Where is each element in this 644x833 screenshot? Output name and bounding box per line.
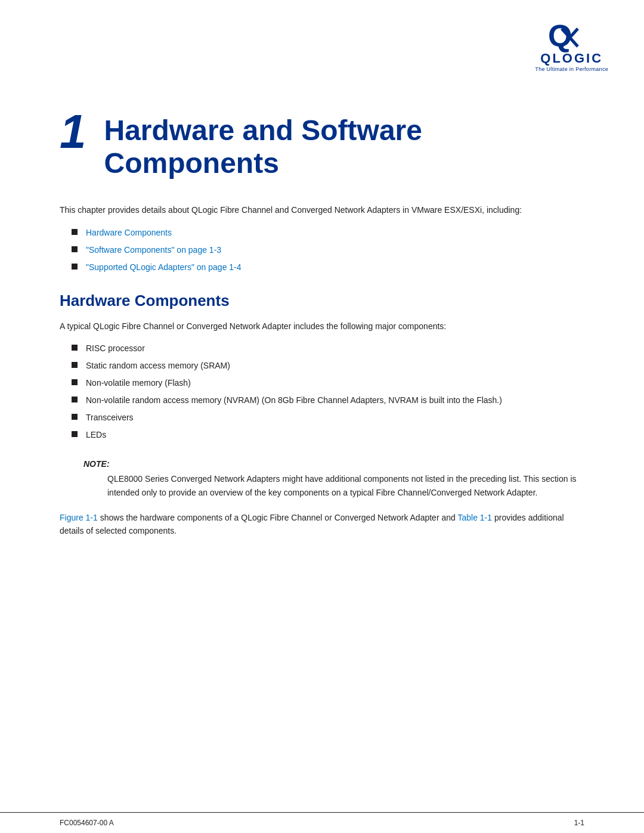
bullet-text: RISC processor (86, 342, 145, 355)
hardware-section: Hardware Components A typical QLogic Fib… (60, 292, 584, 538)
bullet-icon (72, 431, 78, 437)
reference-paragraph: Figure 1-1 shows the hardware components… (60, 511, 584, 538)
header: Q QLOGIC The Ultimate in Performance (0, 0, 644, 72)
main-content: 1 Hardware and Software Components This … (0, 72, 644, 586)
intro-paragraph: This chapter provides details about QLog… (60, 203, 584, 216)
toc-link-software[interactable]: "Software Components" on page 1-3 (86, 244, 221, 256)
list-item: RISC processor (72, 342, 584, 355)
bullet-text: LEDs (86, 429, 106, 441)
toc-link-hardware[interactable]: Hardware Components (86, 227, 172, 239)
note-text: QLE8000 Series Converged Network Adapter… (83, 472, 584, 499)
list-item: "Supported QLogic Adapters" on page 1-4 (72, 261, 584, 274)
table-1-1-link[interactable]: Table 1-1 (457, 513, 492, 522)
section-heading-hardware: Hardware Components (60, 292, 584, 310)
bullet-icon (72, 345, 78, 351)
chapter-heading: 1 Hardware and Software Components (60, 108, 584, 179)
bullet-text: Non-volatile memory (Flash) (86, 377, 191, 389)
logo-brand: QLOGIC (540, 51, 603, 66)
bullet-text: Transceivers (86, 411, 134, 424)
footer-right: 1-1 (574, 819, 584, 827)
list-item: Hardware Components (72, 227, 584, 239)
bullet-icon (72, 246, 78, 252)
page-footer: FC0054607-00 A 1-1 (0, 812, 644, 833)
logo-tagline: The Ultimate in Performance (535, 66, 608, 72)
section-intro-hardware: A typical QLogic Fibre Channel or Conver… (60, 320, 584, 333)
toc-link-adapters[interactable]: "Supported QLogic Adapters" on page 1-4 (86, 261, 242, 274)
list-item: "Software Components" on page 1-3 (72, 244, 584, 256)
bullet-icon (72, 362, 78, 368)
bullet-icon (72, 397, 78, 402)
note-label: NOTE: (83, 459, 584, 469)
hardware-bullet-list: RISC processor Static random access memo… (60, 342, 584, 441)
bullet-text: Non-volatile random access memory (NVRAM… (86, 394, 502, 407)
bullet-icon (72, 264, 78, 270)
list-item: Transceivers (72, 411, 584, 424)
bullet-icon (72, 379, 78, 385)
list-item: Non-volatile memory (Flash) (72, 377, 584, 389)
list-item: Static random access memory (SRAM) (72, 360, 584, 372)
footer-left: FC0054607-00 A (60, 819, 114, 827)
page-container: Q QLOGIC The Ultimate in Performance 1 H… (0, 0, 644, 833)
toc-list: Hardware Components "Software Components… (60, 227, 584, 274)
figure-1-1-link[interactable]: Figure 1-1 (60, 513, 98, 522)
chapter-title: Hardware and Software Components (104, 108, 585, 179)
list-item: Non-volatile random access memory (NVRAM… (72, 394, 584, 407)
list-item: LEDs (72, 429, 584, 441)
ref-mid-text1: shows the hardware components of a QLogi… (98, 513, 458, 522)
chapter-number: 1 (60, 108, 86, 156)
logo-container: Q QLOGIC The Ultimate in Performance (535, 18, 608, 72)
note-box: NOTE: QLE8000 Series Converged Network A… (83, 459, 584, 499)
bullet-text: Static random access memory (SRAM) (86, 360, 230, 372)
bullet-icon (72, 229, 78, 235)
bullet-icon (72, 414, 78, 420)
